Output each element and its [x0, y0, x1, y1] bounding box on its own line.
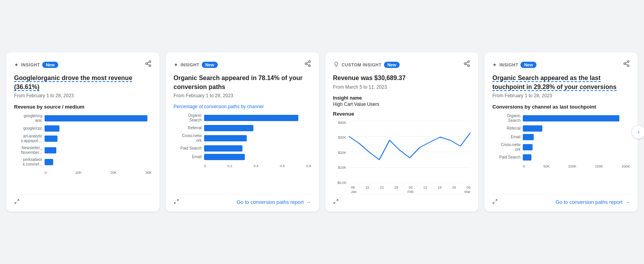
- chart-title-3: Revenue: [333, 111, 471, 117]
- bar-row: Paid Search: [492, 154, 630, 161]
- card-header-3: CUSTOM INSIGHT New: [333, 60, 471, 69]
- svg-line-11: [307, 62, 309, 63]
- card-header-left-3: CUSTOM INSIGHT New: [333, 61, 400, 68]
- x-tick-month: Jan: [351, 190, 357, 194]
- x-tick: 22: [380, 186, 384, 189]
- bar-track: [523, 125, 630, 132]
- x-tick: 30K: [145, 171, 152, 175]
- share-icon-4[interactable]: [623, 60, 630, 69]
- bar-row: Newsletter_November...: [14, 146, 152, 155]
- card-subtitle-4: From February 1 to 28, 2023: [492, 93, 630, 98]
- svg-line-18: [466, 62, 468, 63]
- x-tick: 50K: [544, 164, 550, 168]
- share-icon-1[interactable]: [145, 60, 152, 69]
- share-icon-2[interactable]: [304, 60, 311, 69]
- bar-track: [45, 125, 152, 132]
- bar-label: Paid Search: [492, 155, 520, 160]
- svg-line-17: [466, 64, 468, 65]
- card-footer-3: [333, 194, 471, 205]
- x-tick: 0: [45, 171, 47, 175]
- bar-fill: [523, 125, 542, 132]
- bar-fill: [45, 136, 57, 142]
- bar-chart-1: google/organic google/cpc art-analytics.…: [14, 114, 152, 194]
- bar-row: Cross-network: [492, 143, 630, 152]
- x-labels-row: 08 15 22 29 05 12 19 26 05: [333, 186, 471, 189]
- x-axis-labels-2: 0 0.2 0.4 0.6 0.8: [204, 164, 311, 168]
- y-tick: $10K: [338, 166, 346, 169]
- bar-row: Email: [174, 154, 311, 160]
- insight-card-1: ✦ INSIGHT New Google/organic drove the m…: [6, 52, 160, 211]
- bar-label: Referral: [174, 126, 202, 130]
- conversion-paths-link-4[interactable]: Go to conversion paths report →: [556, 199, 630, 205]
- bar-track: [204, 115, 311, 121]
- x-tick-month: Mar: [465, 190, 471, 194]
- bar-track: [523, 144, 630, 150]
- card-footer-2: Go to conversion paths report →: [174, 194, 311, 205]
- card-header-2: ✦ INSIGHT New: [174, 60, 311, 69]
- insight-card-4: ✦ INSIGHT New Organic Search appeared as…: [484, 52, 638, 211]
- next-arrow-button[interactable]: ›: [631, 125, 644, 139]
- insight-name-section: Insight name High Cart Value Users: [333, 95, 471, 107]
- footer-link-text-2: Go to conversion paths report: [237, 199, 303, 205]
- expand-icon-2[interactable]: [174, 199, 179, 205]
- bar-track: [45, 147, 152, 153]
- bar-row: google/organic: [14, 114, 152, 123]
- share-icon-3[interactable]: [463, 60, 470, 69]
- card-header-left-2: ✦ INSIGHT New: [174, 62, 218, 68]
- bar-fill: [523, 134, 533, 140]
- new-badge-1: New: [42, 62, 58, 68]
- bar-fill: [204, 145, 243, 152]
- bar-row: Referral: [492, 125, 630, 132]
- card-title-3: Revenue was $30,689.37: [333, 74, 471, 82]
- bar-row: google/cpc: [14, 125, 152, 132]
- card-header-4: ✦ INSIGHT New: [492, 60, 630, 69]
- conversion-paths-link-2[interactable]: Go to conversion paths report →: [237, 199, 311, 205]
- x-tick: 19: [438, 186, 441, 189]
- bar-label: Newsletter_November...: [14, 146, 42, 155]
- x-tick: 12: [423, 186, 427, 189]
- y-axis-labels: $40K $30K $20K $10K $0.00: [333, 121, 349, 185]
- bar-label: Paid Search: [174, 146, 202, 151]
- bar-fill: [204, 154, 245, 160]
- line-chart-svg: [349, 121, 471, 185]
- bar-label: google/cpc: [14, 126, 42, 131]
- bar-fill: [523, 115, 619, 121]
- svg-line-3: [147, 64, 149, 65]
- x-axis-1: 0 10K 20K 30K: [14, 171, 152, 175]
- bar-fill: [45, 159, 53, 165]
- bar-fill: [523, 154, 531, 161]
- arrow-right-icon-4: →: [625, 199, 630, 205]
- svg-line-25: [334, 202, 335, 203]
- chart-title-1: Revenue by source / medium: [14, 104, 152, 110]
- bar-track: [204, 125, 311, 131]
- x-labels-month: Jan Feb Mar: [333, 190, 471, 194]
- footer-link-text-4: Go to conversion paths report: [556, 199, 622, 205]
- bar-label: google/organic: [14, 114, 42, 123]
- expand-icon-3[interactable]: [333, 199, 339, 205]
- bar-label: Referral: [492, 126, 520, 131]
- cards-container: ✦ INSIGHT New Google/organic drove the m…: [6, 52, 638, 211]
- svg-line-31: [495, 199, 497, 201]
- bar-row: perksatwork.com/ref...: [14, 157, 152, 167]
- x-tick: 150K: [595, 164, 603, 168]
- insight-name-value: High Cart Value Users: [333, 102, 471, 107]
- bar-fill: [204, 125, 253, 131]
- bar-fill: [204, 135, 247, 141]
- line-chart-area: $40K $30K $20K $10K $0.00: [333, 121, 471, 185]
- bar-track: [204, 135, 311, 141]
- x-tick: 05: [466, 186, 470, 189]
- x-axis-labels-1: 0 10K 20K 30K: [45, 171, 152, 175]
- new-badge-3: New: [384, 62, 400, 68]
- bar-row: Paid Search: [174, 145, 311, 152]
- bar-row: OrganicSearch: [492, 114, 630, 123]
- x-tick: 08: [351, 186, 355, 189]
- y-tick: $40K: [338, 121, 346, 125]
- x-tick: 0: [523, 164, 525, 168]
- expand-icon-4[interactable]: [492, 199, 498, 205]
- insight-type-label-3: CUSTOM INSIGHT: [342, 62, 382, 67]
- bar-track: [45, 136, 152, 142]
- card-header-left-4: ✦ INSIGHT New: [492, 62, 536, 68]
- expand-icon-1[interactable]: [14, 199, 20, 205]
- x-tick: 26: [452, 186, 456, 189]
- bar-fill: [523, 144, 533, 150]
